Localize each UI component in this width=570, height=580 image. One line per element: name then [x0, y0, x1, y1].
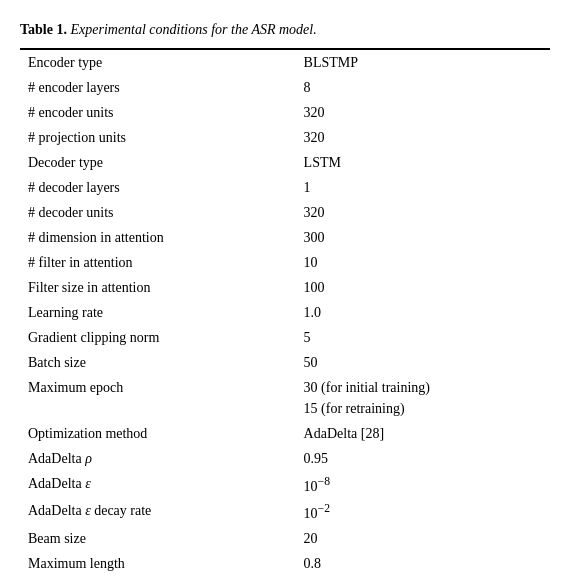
param-value: 8 [296, 75, 550, 100]
param-name: Filter size in attention [20, 275, 296, 300]
table-row: # encoder layers8 [20, 75, 550, 100]
param-value: BLSTMP [296, 49, 550, 75]
table-row: # encoder units320 [20, 100, 550, 125]
param-name: Gradient clipping norm [20, 325, 296, 350]
param-name: AdaDelta ε decay rate [20, 498, 296, 526]
table-row: AdaDelta ε decay rate10−2 [20, 498, 550, 526]
param-name: Learning rate [20, 300, 296, 325]
table-row: Optimization methodAdaDelta [28] [20, 421, 550, 446]
table-row: Filter size in attention100 [20, 275, 550, 300]
param-name: # decoder units [20, 200, 296, 225]
param-value: AdaDelta [28] [296, 421, 550, 446]
param-value: 30 (for initial training)15 (for retrain… [296, 375, 550, 421]
table-row: # filter in attention10 [20, 250, 550, 275]
param-value: 10−8 [296, 471, 550, 499]
param-name: Beam size [20, 526, 296, 551]
param-value: 0.95 [296, 446, 550, 471]
param-value: 320 [296, 100, 550, 125]
table-row: Batch size50 [20, 350, 550, 375]
param-value: 320 [296, 200, 550, 225]
param-name: Decoder type [20, 150, 296, 175]
param-value: 50 [296, 350, 550, 375]
table-row: # decoder units320 [20, 200, 550, 225]
param-name: # filter in attention [20, 250, 296, 275]
param-name: Maximum epoch [20, 375, 296, 421]
param-name: # encoder layers [20, 75, 296, 100]
caption-label: Table 1. [20, 22, 67, 37]
param-name: Batch size [20, 350, 296, 375]
param-value: 1.0 [296, 300, 550, 325]
param-value: 20 [296, 526, 550, 551]
param-value: LSTM [296, 150, 550, 175]
param-name: Optimization method [20, 421, 296, 446]
table-row: Encoder typeBLSTMP [20, 49, 550, 75]
table-row: Maximum length0.8 [20, 551, 550, 576]
param-value: 0.8 [296, 551, 550, 576]
table-row: Decoder typeLSTM [20, 150, 550, 175]
parameters-table: Encoder typeBLSTMP# encoder layers8# enc… [20, 48, 550, 580]
param-value: 1 [296, 175, 550, 200]
param-value: 5 [296, 325, 550, 350]
table-row: # decoder layers1 [20, 175, 550, 200]
table-row: # projection units320 [20, 125, 550, 150]
param-value: 100 [296, 275, 550, 300]
param-name: AdaDelta ρ [20, 446, 296, 471]
table-caption: Table 1. Experimental conditions for the… [20, 20, 550, 40]
param-name: AdaDelta ε [20, 471, 296, 499]
param-value: 10 [296, 250, 550, 275]
table-row: AdaDelta ρ0.95 [20, 446, 550, 471]
table-row: # dimension in attention300 [20, 225, 550, 250]
table-row: Learning rate1.0 [20, 300, 550, 325]
param-value: 10−2 [296, 498, 550, 526]
caption-text: Experimental conditions for the ASR mode… [70, 22, 316, 37]
param-name: # dimension in attention [20, 225, 296, 250]
param-value: 320 [296, 125, 550, 150]
param-value: 0.3 [296, 576, 550, 580]
param-name: # encoder units [20, 100, 296, 125]
param-name: Maximum length [20, 551, 296, 576]
table-row: Minimum length0.3 [20, 576, 550, 580]
table-row: Beam size20 [20, 526, 550, 551]
param-value: 300 [296, 225, 550, 250]
table-row: Gradient clipping norm5 [20, 325, 550, 350]
param-name: # projection units [20, 125, 296, 150]
param-name: Encoder type [20, 49, 296, 75]
param-name: Minimum length [20, 576, 296, 580]
param-name: # decoder layers [20, 175, 296, 200]
table-row: Maximum epoch30 (for initial training)15… [20, 375, 550, 421]
table-row: AdaDelta ε10−8 [20, 471, 550, 499]
